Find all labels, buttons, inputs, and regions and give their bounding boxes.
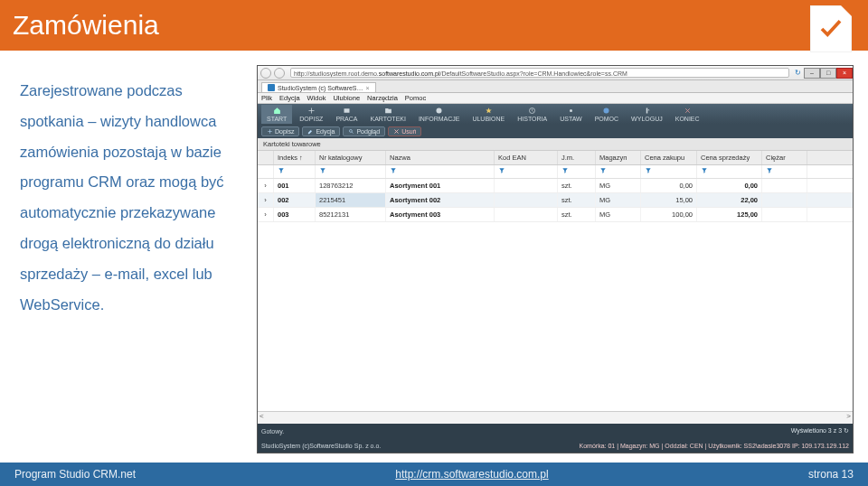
ribbon-koniec[interactable]: KONIEC	[670, 105, 705, 124]
slide-title-bar: Zamówienia	[0, 0, 868, 51]
tab-strip: StudioSystem (c) SoftwareS… ×	[258, 80, 853, 93]
app-screenshot: http://studiosystem.root.demo.softwarest…	[257, 65, 854, 453]
filter-nazwa[interactable]	[386, 165, 495, 178]
filter-icon	[498, 167, 505, 174]
maximize-button[interactable]: □	[820, 68, 836, 79]
filter-ean[interactable]	[495, 165, 558, 178]
toolbar-edit[interactable]: Edycja	[302, 126, 340, 136]
ribbon-wyloguj[interactable]: WYLOGUJ	[626, 105, 668, 124]
footer-link[interactable]: http://crm.softwarestudio.com.pl	[395, 468, 548, 481]
toolbar-view[interactable]: Podgląd	[343, 126, 385, 136]
menu-plik[interactable]: Plik	[261, 94, 272, 102]
status-bar-bottom: StudioSystem (c)SoftwareStudio Sp. z o.o…	[258, 438, 853, 453]
url-host: softwarestudio.com.pl	[379, 70, 440, 77]
url-suffix: /DefaultSoftwareStudio.aspx?role=CRM.Han…	[439, 70, 627, 77]
grid-filter-row	[258, 165, 853, 179]
status-vendor: StudioSystem (c)SoftwareStudio Sp. z o.o…	[261, 443, 381, 449]
browser-chrome: http://studiosystem.root.demo.softwarest…	[258, 66, 853, 80]
ribbon-dopisz[interactable]: DOPISZ	[294, 105, 328, 124]
tab-favicon	[268, 84, 275, 91]
filter-cs[interactable]	[697, 165, 762, 178]
ribbon-kartoteki[interactable]: KARTOTEKI	[365, 105, 411, 124]
menu-widok[interactable]: Widok	[307, 94, 326, 102]
close-button[interactable]: ×	[836, 68, 853, 79]
section-heading: Kartoteki towarowe	[258, 138, 853, 151]
url-prefix: http://studiosystem.root.demo.	[294, 70, 379, 77]
filter-mag[interactable]	[596, 165, 641, 178]
menu-edycja[interactable]: Edycja	[279, 94, 300, 102]
ribbon-historia[interactable]: HISTORIA	[512, 105, 552, 124]
footer-program: Program Studio CRM.net	[14, 468, 136, 481]
col-cena-zakupu[interactable]: Cena zakupu	[641, 151, 697, 164]
table-row[interactable]: › 003 85212131 Asortyment 003 szt. MG 10…	[258, 208, 853, 222]
menu-ulubione[interactable]: Ulubione	[333, 94, 360, 102]
grid-scrollbar[interactable]	[258, 411, 853, 424]
table-row[interactable]: › 001 128763212 Asortyment 001 szt. MG 0…	[258, 179, 853, 193]
ribbon-ulubione[interactable]: ULUBIONE	[467, 105, 510, 124]
ribbon-pomoc[interactable]: POMOC	[590, 105, 624, 124]
grid-header: Indeks ↑ Nr katalogowy Nazwa Kod EAN J.m…	[258, 151, 853, 165]
minimize-button[interactable]: –	[804, 68, 820, 79]
svg-point-1	[437, 107, 442, 113]
filter-icon	[278, 167, 285, 174]
refresh-icon[interactable]: ↻	[795, 69, 801, 77]
refresh-icon[interactable]: ↻	[844, 427, 849, 434]
ribbon: START DOPISZ PRACA KARTOTEKI INFORMACJE …	[258, 104, 853, 124]
ribbon-praca[interactable]: PRACA	[330, 105, 363, 124]
ribbon-informacje[interactable]: INFORMACJE	[413, 105, 466, 124]
status-ready: Gotowy.	[261, 428, 284, 435]
col-kod-ean[interactable]: Kod EAN	[495, 151, 558, 164]
col-indeks[interactable]: Indeks ↑	[274, 151, 316, 164]
filter-indeks[interactable]	[274, 165, 316, 178]
menu-pomoc[interactable]: Pomoc	[405, 94, 426, 102]
status-bar-top: Gotowy. Wyświetlono 3 z 3 ↻	[258, 424, 853, 438]
slide-footer: Program Studio CRM.net http://crm.softwa…	[0, 463, 868, 486]
search-icon	[348, 128, 354, 135]
slide-title: Zamówienia	[13, 10, 159, 41]
pencil-icon	[307, 128, 314, 135]
filter-jm[interactable]	[558, 165, 596, 178]
back-button[interactable]	[260, 68, 271, 79]
svg-point-3	[570, 109, 572, 112]
forward-button[interactable]	[274, 68, 285, 79]
filter-cz[interactable]	[641, 165, 697, 178]
sort-asc-icon: ↑	[299, 154, 303, 162]
tab-label: StudioSystem (c) SoftwareS…	[278, 85, 363, 91]
toolbar-add[interactable]: Dopisz	[261, 126, 299, 136]
filter-icon	[561, 167, 569, 174]
filter-icon	[766, 167, 773, 174]
slide-body-text: Zarejestrowane podczas spotkania – wizyt…	[0, 51, 253, 463]
check-icon	[817, 15, 844, 42]
col-ciezar[interactable]: Ciężar	[762, 151, 807, 164]
filter-kat[interactable]	[316, 165, 386, 178]
filter-icon	[645, 167, 652, 174]
tab-close-icon[interactable]: ×	[366, 85, 370, 91]
x-icon	[393, 128, 400, 135]
ribbon-ustaw[interactable]: USTAW	[554, 105, 588, 124]
menu-narzedzia[interactable]: Narzędzia	[367, 94, 398, 102]
address-bar[interactable]: http://studiosystem.root.demo.softwarest…	[290, 68, 789, 78]
data-grid: Indeks ↑ Nr katalogowy Nazwa Kod EAN J.m…	[258, 151, 853, 424]
table-row[interactable]: › 002 2215451 Asortyment 002 szt. MG 15,…	[258, 193, 853, 208]
toolbar-delete[interactable]: Usuń	[388, 126, 421, 136]
svg-point-4	[604, 107, 609, 113]
col-magazyn[interactable]: Magazyn	[596, 151, 641, 164]
grid-rows: › 001 128763212 Asortyment 001 szt. MG 0…	[258, 179, 853, 411]
col-cena-sprzedazy[interactable]: Cena sprzedaży	[697, 151, 762, 164]
col-jm[interactable]: J.m.	[558, 151, 596, 164]
filter-icon	[599, 167, 607, 174]
filter-ci[interactable]	[762, 165, 807, 178]
checkmark-badge	[810, 5, 852, 52]
status-context: Komórka: 01 | Magazyn: MG | Oddział: CEN…	[580, 443, 849, 449]
col-nr-katalogowy[interactable]: Nr katalogowy	[316, 151, 386, 164]
filter-icon	[319, 167, 326, 174]
filter-icon	[701, 167, 708, 174]
browser-tab[interactable]: StudioSystem (c) SoftwareS… ×	[261, 82, 376, 92]
app-menu: Plik Edycja Widok Ulubione Narzędzia Pom…	[258, 93, 853, 104]
plus-icon	[267, 128, 273, 135]
filter-icon	[390, 167, 397, 174]
svg-rect-0	[344, 108, 349, 113]
status-count: Wyświetlono 3 z 3 ↻	[791, 427, 849, 435]
ribbon-start[interactable]: START	[261, 105, 292, 124]
col-nazwa[interactable]: Nazwa	[386, 151, 495, 164]
